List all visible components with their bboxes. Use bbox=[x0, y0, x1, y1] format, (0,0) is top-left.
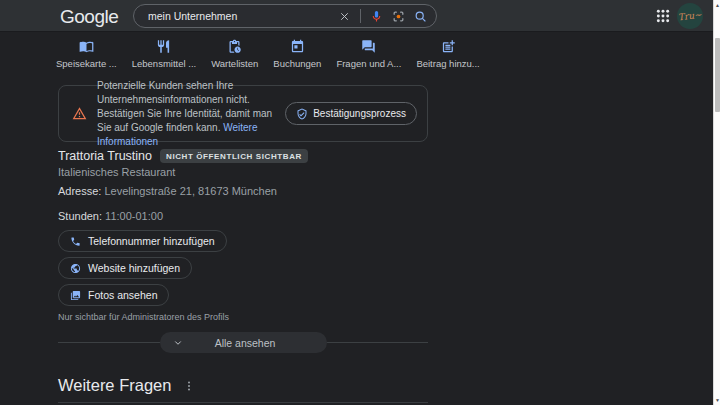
search-bar-divider bbox=[360, 9, 361, 23]
admin-only-note: Nur sichtbar für Administratoren des Pro… bbox=[58, 312, 229, 322]
verify-button-label: Bestätigungsprozess bbox=[313, 108, 406, 119]
alle-ansehen-button[interactable]: Alle ansehen bbox=[160, 332, 327, 353]
business-tools-chips: Speisekarte ... Lebensmittel ... Warteli… bbox=[56, 39, 480, 69]
address-line: Adresse: Levelingstraße 21, 81673 Münche… bbox=[58, 185, 277, 197]
close-icon[interactable] bbox=[338, 10, 351, 23]
verification-warning-card: Potenzielle Kunden sehen Ihre Unternehme… bbox=[58, 85, 428, 142]
shield-check-icon bbox=[296, 108, 308, 120]
search-input[interactable]: mein Unternehmen bbox=[148, 10, 338, 22]
view-photos-label: Fotos ansehen bbox=[88, 289, 157, 301]
google-logo[interactable]: Google bbox=[60, 6, 118, 28]
clipboard-clock-icon bbox=[227, 39, 242, 54]
chevron-down-icon bbox=[173, 338, 183, 348]
post-add-icon bbox=[441, 39, 456, 54]
chip-label: Fragen und A... bbox=[336, 58, 401, 69]
add-phone-button[interactable]: Telefonnummer hinzufügen bbox=[58, 230, 227, 252]
search-header: Google mein Unternehmen Tru~ bbox=[0, 0, 720, 32]
chip-beitrag-hinzufuegen[interactable]: Beitrag hinzu... bbox=[416, 39, 479, 69]
hours-value: 11:00-01:00 bbox=[105, 210, 163, 222]
chip-wartelisten[interactable]: Wartelisten bbox=[211, 39, 258, 69]
chip-speisekarte[interactable]: Speisekarte ... bbox=[56, 39, 117, 69]
photo-icon bbox=[70, 290, 81, 301]
view-photos-button[interactable]: Fotos ansehen bbox=[58, 284, 169, 306]
google-search-results-page: Google mein Unternehmen Tru~ Speisekarte… bbox=[0, 0, 720, 405]
scrollbar-down-arrow[interactable]: ▼ bbox=[714, 395, 720, 405]
chip-label: Wartelisten bbox=[211, 58, 258, 69]
chip-lebensmittel[interactable]: Lebensmittel ... bbox=[132, 39, 196, 69]
add-website-button[interactable]: Website hinzufügen bbox=[58, 257, 192, 279]
restaurant-icon bbox=[156, 39, 171, 54]
alle-ansehen-label: Alle ansehen bbox=[183, 337, 327, 349]
see-all-row: Alle ansehen bbox=[58, 332, 428, 353]
search-bar[interactable]: mein Unternehmen bbox=[133, 4, 437, 28]
add-website-label: Website hinzufügen bbox=[88, 262, 180, 274]
chip-label: Speisekarte ... bbox=[56, 58, 117, 69]
microphone-icon[interactable] bbox=[370, 10, 383, 23]
search-icon[interactable] bbox=[414, 10, 427, 23]
chip-label: Beitrag hinzu... bbox=[416, 58, 479, 69]
hours-label: Stunden: bbox=[58, 210, 102, 222]
chip-fragen-antworten[interactable]: Fragen und A... bbox=[336, 39, 401, 69]
chip-label: Buchungen bbox=[273, 58, 321, 69]
address-label: Adresse: bbox=[58, 185, 101, 197]
more-questions-section: Weitere Fragen bbox=[58, 376, 195, 395]
chip-label: Lebensmittel ... bbox=[132, 58, 196, 69]
chip-buchungen[interactable]: Buchungen bbox=[273, 39, 321, 69]
business-category: Italienisches Restaurant bbox=[58, 166, 175, 178]
business-name-row: Trattoria Trustino NICHT ÖFFENTLICH SICH… bbox=[58, 149, 308, 163]
scrollbar-thumb[interactable] bbox=[715, 38, 720, 112]
globe-icon bbox=[70, 263, 81, 274]
scrollbar-up-arrow[interactable]: ▲ bbox=[714, 0, 720, 10]
hours-line: Stunden: 11:00-01:00 bbox=[58, 210, 163, 222]
google-lens-icon[interactable] bbox=[392, 10, 405, 23]
vertical-scrollbar[interactable]: ▲ ▼ bbox=[713, 0, 720, 405]
bestaetigungsprozess-button[interactable]: Bestätigungsprozess bbox=[285, 102, 417, 125]
divider bbox=[58, 402, 428, 403]
add-phone-label: Telefonnummer hinzufügen bbox=[88, 235, 215, 247]
warning-triangle-icon bbox=[72, 106, 87, 121]
menu-book-icon bbox=[79, 39, 94, 54]
kebab-menu-icon[interactable] bbox=[183, 379, 195, 393]
more-questions-title: Weitere Fragen bbox=[58, 376, 171, 395]
address-value: Levelingstraße 21, 81673 München bbox=[104, 185, 276, 197]
phone-icon bbox=[70, 236, 81, 247]
chat-icon bbox=[361, 39, 376, 54]
not-public-badge: NICHT ÖFFENTLICH SICHTBAR bbox=[160, 149, 308, 163]
business-name: Trattoria Trustino bbox=[58, 149, 152, 163]
avatar[interactable]: Tru~ bbox=[677, 3, 703, 29]
calendar-icon bbox=[290, 39, 305, 54]
apps-grid-icon[interactable] bbox=[655, 8, 671, 24]
warning-text: Potenzielle Kunden sehen Ihre Unternehme… bbox=[97, 79, 285, 149]
